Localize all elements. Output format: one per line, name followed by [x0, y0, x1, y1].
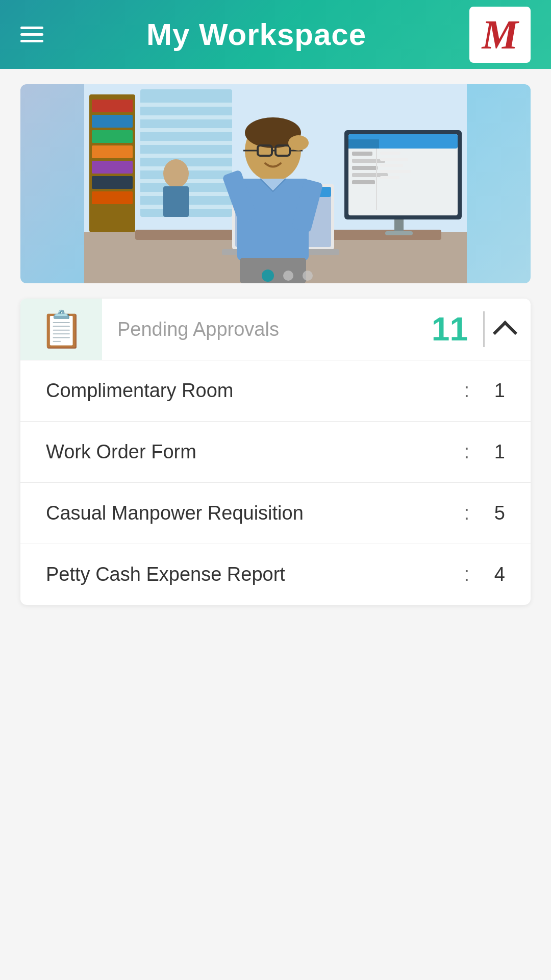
approval-item-right: : 5 — [464, 502, 505, 524]
approval-item-right: : 4 — [464, 564, 505, 585]
svg-rect-43 — [376, 149, 377, 210]
svg-rect-4 — [92, 100, 133, 112]
svg-point-65 — [303, 271, 313, 281]
svg-rect-49 — [394, 219, 404, 232]
svg-rect-46 — [380, 164, 403, 167]
svg-point-64 — [283, 271, 293, 281]
approval-item-count: 4 — [485, 564, 505, 585]
approvals-icon: 📋 — [39, 308, 84, 350]
approval-item-name: Casual Manpower Requisition — [46, 502, 304, 524]
approval-item-count: 1 — [485, 441, 505, 463]
svg-rect-6 — [92, 130, 133, 143]
svg-rect-62 — [240, 258, 306, 283]
approvals-divider — [483, 311, 485, 347]
approval-item-name: Complimentary Room — [46, 380, 233, 402]
approvals-header[interactable]: 📋 Pending Approvals 11 — [20, 299, 531, 360]
app-header: My Workspace M — [0, 0, 551, 69]
svg-point-21 — [163, 159, 189, 188]
svg-rect-8 — [92, 161, 133, 174]
svg-rect-47 — [380, 170, 411, 173]
approvals-total-count: 11 — [421, 310, 478, 348]
approval-item-work-order[interactable]: Work Order Form : 1 — [20, 422, 531, 483]
svg-rect-37 — [348, 139, 379, 149]
svg-rect-48 — [380, 176, 399, 179]
svg-rect-22 — [163, 186, 189, 217]
svg-rect-10 — [92, 191, 133, 204]
approval-item-name: Work Order Form — [46, 441, 196, 463]
approval-item-count: 5 — [485, 502, 505, 524]
svg-rect-45 — [380, 158, 408, 161]
svg-rect-9 — [92, 176, 133, 189]
svg-rect-38 — [352, 152, 372, 156]
approval-item-complimentary-room[interactable]: Complimentary Room : 1 — [20, 360, 531, 422]
approval-item-petty-cash[interactable]: Petty Cash Expense Report : 4 — [20, 544, 531, 605]
svg-rect-42 — [352, 180, 375, 184]
approval-colon: : — [464, 502, 469, 524]
approval-item-right: : 1 — [464, 441, 505, 463]
svg-rect-40 — [352, 166, 378, 170]
svg-rect-50 — [385, 231, 413, 235]
svg-point-63 — [262, 270, 274, 282]
approval-item-right: : 1 — [464, 380, 505, 402]
approval-item-count: 1 — [485, 380, 505, 402]
approvals-label: Pending Approvals — [102, 318, 421, 340]
collapse-button[interactable] — [490, 314, 520, 345]
svg-rect-5 — [92, 115, 133, 128]
banner-image[interactable] — [20, 84, 531, 283]
approval-item-casual-manpower[interactable]: Casual Manpower Requisition : 5 — [20, 483, 531, 544]
page-title: My Workspace — [146, 17, 366, 52]
brand-logo: M — [469, 7, 531, 63]
banner-section — [0, 69, 551, 293]
approval-colon: : — [464, 564, 469, 585]
menu-button[interactable] — [20, 27, 43, 42]
approval-colon: : — [464, 380, 469, 402]
approvals-icon-background: 📋 — [20, 299, 102, 360]
marriott-logo-text: M — [482, 14, 518, 55]
svg-rect-44 — [380, 152, 400, 155]
svg-point-58 — [288, 135, 309, 151]
approval-item-name: Petty Cash Expense Report — [46, 564, 285, 585]
approval-colon: : — [464, 441, 469, 463]
pending-approvals-card: 📋 Pending Approvals 11 Complimentary Roo… — [20, 299, 531, 605]
svg-rect-7 — [92, 145, 133, 158]
